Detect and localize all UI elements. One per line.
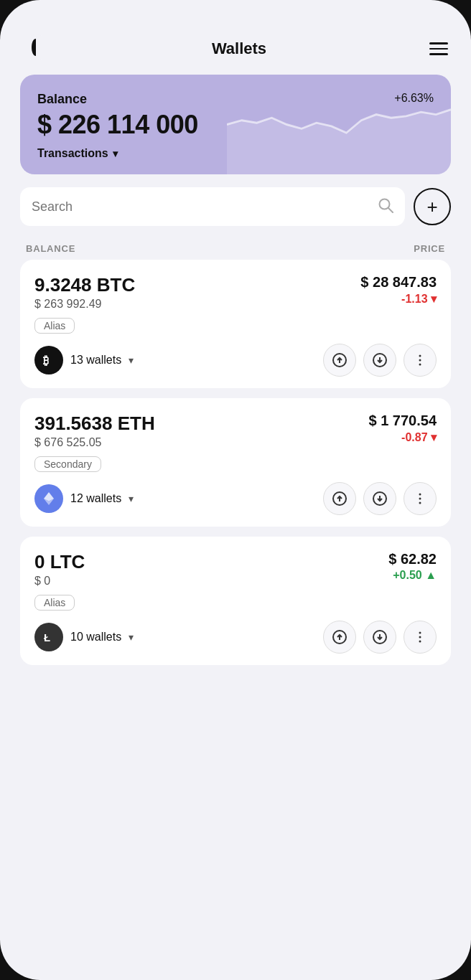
receive-button[interactable]: [363, 621, 396, 654]
coin-price: $ 1 770.54: [368, 413, 437, 429]
send-button[interactable]: [323, 621, 356, 654]
svg-text:₿: ₿: [43, 354, 49, 367]
more-button[interactable]: [404, 482, 437, 515]
svg-point-25: [419, 632, 421, 634]
coin-price: $ 28 847.83: [360, 274, 437, 291]
coin-amount: 9.3248 BTC: [34, 274, 135, 296]
chevron-down-icon: ▾: [129, 354, 134, 366]
search-input[interactable]: [32, 199, 370, 215]
transactions-button[interactable]: Transactions ▾: [37, 147, 118, 160]
receive-button[interactable]: [363, 344, 396, 377]
more-button[interactable]: [404, 344, 437, 377]
coin-card-ltc: 0 LTC $ 0 $ 62.82 +0.50 ▲ Alias Ł 10 wal…: [20, 537, 451, 665]
chevron-down-icon: ▾: [129, 631, 134, 643]
phone-frame: Wallets Balance +6.63% $ 226 114 000 Tra…: [0, 0, 471, 980]
coin-card-bottom: 12 wallets ▾: [34, 482, 437, 515]
chevron-down-icon: ▾: [129, 493, 134, 504]
wallets-count: 13 wallets: [70, 354, 121, 367]
coin-identity[interactable]: ₿ 13 wallets ▾: [34, 346, 134, 374]
coin-actions: [323, 344, 437, 377]
coin-usd-value: $ 676 525.05: [34, 436, 155, 449]
chevron-down-icon: ▾: [113, 148, 118, 159]
balance-label: Balance: [37, 92, 87, 107]
svg-point-9: [419, 359, 421, 362]
search-row: +: [20, 187, 451, 236]
coin-card-bottom: ₿ 13 wallets ▾: [34, 344, 437, 377]
header: Wallets: [20, 29, 451, 75]
svg-point-26: [419, 636, 421, 639]
alias-tag: Alias: [34, 595, 75, 611]
wallets-count: 12 wallets: [70, 492, 121, 505]
alias-tag: Alias: [34, 318, 75, 334]
search-icon: [378, 197, 393, 216]
column-headers: BALANCE PRICE: [20, 236, 451, 260]
page-title: Wallets: [212, 39, 266, 58]
coin-usd-value: $ 263 992.49: [34, 298, 135, 311]
col-price: PRICE: [414, 243, 445, 254]
more-button[interactable]: [404, 621, 437, 654]
add-button[interactable]: +: [414, 188, 451, 225]
svg-point-19: [419, 502, 421, 504]
alias-tag: Secondary: [34, 456, 101, 472]
coin-card-eth: 391.5638 ETH $ 676 525.05 $ 1 770.54 -0.…: [20, 398, 451, 527]
ltc-logo: Ł: [34, 623, 63, 651]
menu-button[interactable]: [429, 42, 448, 55]
coin-price: $ 62.82: [388, 551, 437, 567]
coin-identity[interactable]: Ł 10 wallets ▾: [34, 623, 134, 651]
svg-text:Ł: Ł: [44, 631, 50, 644]
coin-change: -0.87 ▾: [368, 430, 437, 444]
send-button[interactable]: [323, 344, 356, 377]
coin-card-bottom: Ł 10 wallets ▾: [34, 621, 437, 654]
svg-point-10: [419, 364, 421, 366]
coin-list: 9.3248 BTC $ 263 992.49 $ 28 847.83 -1.1…: [20, 260, 451, 675]
coin-card-btc: 9.3248 BTC $ 263 992.49 $ 28 847.83 -1.1…: [20, 260, 451, 388]
svg-point-17: [419, 494, 421, 496]
eth-logo: [34, 484, 63, 513]
search-container: [20, 187, 405, 226]
coin-identity[interactable]: 12 wallets ▾: [34, 484, 134, 513]
balance-amount: $ 226 114 000: [37, 110, 434, 140]
col-balance: BALANCE: [26, 243, 75, 254]
svg-point-8: [419, 355, 421, 357]
receive-button[interactable]: [363, 482, 396, 515]
btc-logo: ₿: [34, 346, 63, 374]
coin-change: +0.50 ▲: [388, 569, 437, 582]
send-button[interactable]: [323, 482, 356, 515]
logo-icon: [23, 34, 49, 63]
balance-card: Balance +6.63% $ 226 114 000 Transaction…: [20, 75, 451, 174]
svg-line-2: [388, 208, 393, 212]
wallets-count: 10 wallets: [70, 631, 121, 644]
coin-actions: [323, 482, 437, 515]
coin-actions: [323, 621, 437, 654]
svg-point-18: [419, 498, 421, 500]
coin-amount: 391.5638 ETH: [34, 413, 155, 435]
coin-usd-value: $ 0: [34, 575, 85, 588]
coin-amount: 0 LTC: [34, 551, 85, 573]
balance-percent: +6.63%: [394, 92, 434, 105]
coin-change: -1.13 ▾: [360, 292, 437, 306]
svg-point-27: [419, 641, 421, 643]
